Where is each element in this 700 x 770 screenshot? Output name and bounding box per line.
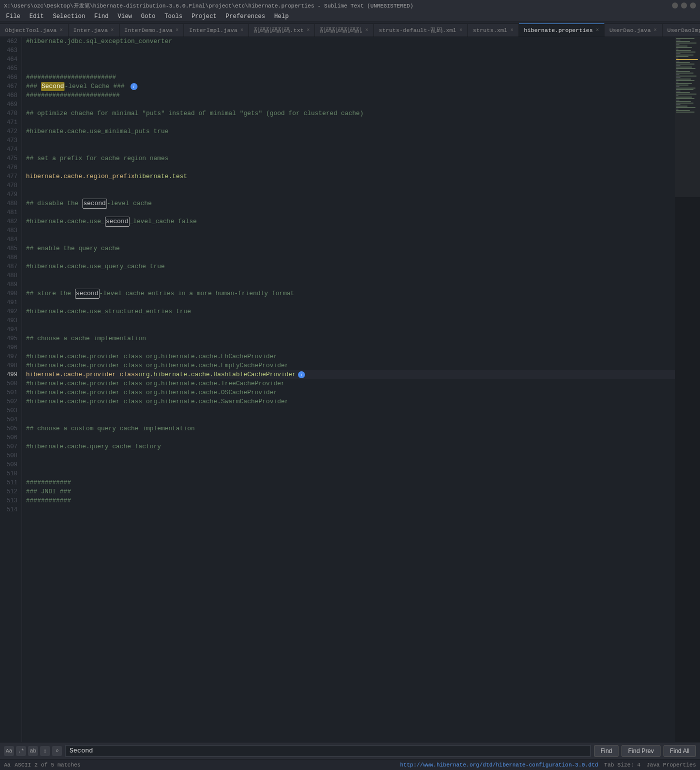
maximize-button[interactable]: □ (681, 3, 687, 9)
line-num-512: 512 (0, 487, 22, 496)
line-num-510: 510 (0, 469, 22, 478)
tab-hibernate-properties[interactable]: hibernate.properties × (519, 24, 604, 37)
line-num-469: 469 (0, 100, 22, 109)
tab-interimpl[interactable]: InterImpl.java × (184, 24, 249, 37)
line-num-482: 482 (0, 217, 22, 226)
tab-luan1[interactable]: 乱码乱码乱码.txt × (249, 24, 316, 37)
minimize-button[interactable]: − (672, 3, 678, 9)
menu-selection[interactable]: Selection (49, 12, 90, 21)
code-line-496 (26, 343, 675, 352)
find-button[interactable]: Find (594, 745, 618, 757)
code-line-510 (26, 469, 675, 478)
menu-preferences[interactable]: Preferences (222, 12, 269, 21)
tab-close-icon[interactable]: × (510, 28, 514, 33)
tab-userdaoimpl[interactable]: UserDaoImpl.java × (662, 24, 700, 37)
tab-close-icon[interactable]: × (365, 28, 368, 33)
tab-luan2[interactable]: 乱码乱码乱码乱 × (315, 24, 374, 37)
code-line-474 (26, 145, 675, 154)
line-num-507: 507 (0, 442, 22, 451)
menu-file[interactable]: File (2, 12, 24, 21)
minimap-viewport (675, 37, 700, 197)
code-line-493 (26, 316, 675, 325)
tab-close-icon[interactable]: × (111, 28, 114, 33)
find-option-4[interactable]: ⌕ (52, 746, 62, 756)
code-line-466: ######################## (26, 73, 675, 82)
tab-struts[interactable]: struts.xml × (468, 24, 519, 37)
code-line-488 (26, 271, 675, 280)
menu-goto[interactable]: Goto (137, 12, 160, 21)
menu-project[interactable]: Project (188, 12, 220, 21)
find-controls: Aa .* ab ↕ ⌕ (4, 746, 62, 756)
line-num-504: 504 (0, 415, 22, 424)
line-num-511: 511 (0, 478, 22, 487)
tab-inter[interactable]: Inter.java × (68, 24, 120, 37)
tab-label: Inter.java (74, 27, 108, 34)
line-num-481: 481 (0, 208, 22, 217)
code-line-492: #hibernate.cache.use_structured_entries … (26, 307, 675, 316)
code-line-479 (26, 190, 675, 199)
tab-close-icon[interactable]: × (176, 28, 178, 33)
line-num-484: 484 (0, 235, 22, 244)
status-tab-size: Tab Size: 4 (604, 762, 640, 768)
code-line-467: ### Second-level Cache ### i (26, 82, 675, 91)
code-line-512: ### JNDI ### (26, 487, 675, 496)
tab-label: struts.xml (473, 27, 508, 34)
code-editor[interactable]: #hibernate.jdbc.sql_exception_converter … (22, 37, 675, 742)
title-text: X:\Users\ozc\Desktop\开发笔\hibernate-distr… (4, 2, 414, 10)
line-num-497: 497 (0, 352, 22, 361)
code-line-469 (26, 100, 675, 109)
code-line-504 (26, 415, 675, 424)
tab-label: InterDemo.java (124, 27, 173, 34)
menu-tools[interactable]: Tools (160, 12, 186, 21)
code-line-470: ## optimize chache for minimal "puts" in… (26, 109, 675, 118)
status-font-size: Aa (4, 762, 10, 768)
tab-struts-default[interactable]: struts-default-乱码.xml × (374, 24, 468, 37)
code-line-511: ############ (26, 478, 675, 487)
tab-close-icon[interactable]: × (654, 28, 657, 33)
find-option-1[interactable]: .* (16, 746, 26, 756)
code-line-484 (26, 235, 675, 244)
font-size-btn[interactable]: Aa (4, 746, 14, 756)
code-line-485: ## enable the query cache (26, 244, 675, 253)
line-num-499: 499 (0, 370, 22, 379)
tab-label: InterImpl.java (189, 27, 238, 34)
line-num-513: 513 (0, 496, 22, 505)
tab-bar: ObjectTool.java × Inter.java × InterDemo… (0, 22, 700, 37)
status-url: http://www.hibernate.org/dtd/hibernate-c… (400, 762, 598, 768)
line-num-506: 506 (0, 433, 22, 442)
code-line-476 (26, 163, 675, 172)
find-option-3[interactable]: ↕ (40, 746, 50, 756)
menu-find[interactable]: Find (90, 12, 112, 21)
find-all-button[interactable]: Find All (664, 745, 696, 757)
tab-close-icon[interactable]: × (240, 28, 244, 33)
code-line-490: ## store the second-level cache entries … (26, 289, 675, 298)
line-num-471: 471 (0, 118, 22, 127)
menu-help[interactable]: Help (270, 12, 293, 21)
tab-close-icon[interactable]: × (60, 28, 63, 33)
tab-interdemo[interactable]: InterDemo.java × (120, 24, 184, 37)
close-button[interactable]: × (690, 3, 696, 9)
tab-close-icon[interactable]: × (596, 28, 599, 33)
line-num-503: 503 (0, 406, 22, 415)
line-num-483: 483 (0, 226, 22, 235)
find-prev-button[interactable]: Find Prev (622, 745, 660, 757)
window-controls[interactable]: − □ × (672, 3, 696, 9)
code-line-472: #hibernate.cache.use_minimal_puts true (26, 127, 675, 136)
line-num-491: 491 (0, 298, 22, 307)
find-option-2[interactable]: ab (28, 746, 38, 756)
menu-view[interactable]: View (114, 12, 136, 21)
line-num-490: 490 (0, 289, 22, 298)
tab-userdao[interactable]: UserDao.java × (604, 24, 662, 37)
line-num-493: 493 (0, 316, 22, 325)
tab-objecttool[interactable]: ObjectTool.java × (0, 24, 68, 37)
menu-edit[interactable]: Edit (26, 12, 48, 21)
minimap (675, 37, 700, 742)
code-line-468: ######################### (26, 91, 675, 100)
tab-close-icon[interactable]: × (460, 28, 462, 33)
line-num-466: 466 (0, 73, 22, 82)
find-input[interactable] (65, 745, 591, 757)
code-line-498: #hibernate.cache.provider_class org.hibe… (26, 361, 675, 370)
status-bar: Aa ASCII 2 of 5 matches http://www.hiber… (0, 759, 700, 770)
line-num-492: 492 (0, 307, 22, 316)
tab-close-icon[interactable]: × (306, 28, 310, 33)
